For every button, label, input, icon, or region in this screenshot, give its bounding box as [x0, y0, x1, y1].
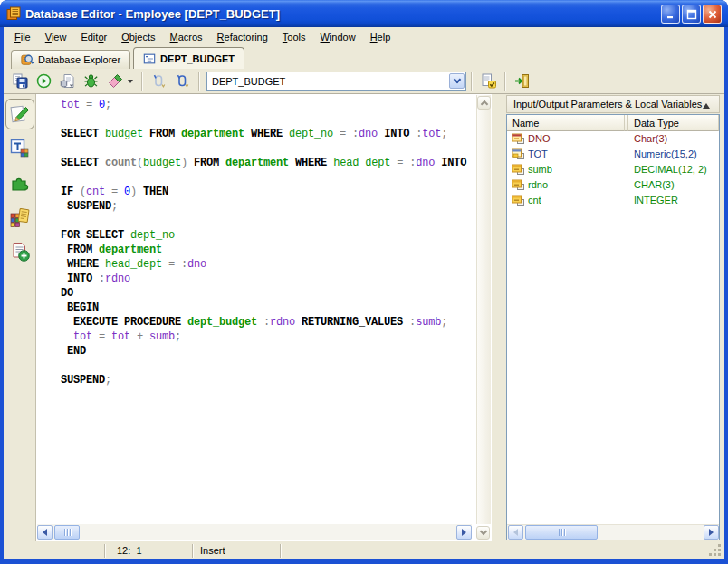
variable-icon	[512, 195, 525, 206]
scroll-up-button[interactable]	[477, 96, 491, 110]
menu-view[interactable]: View	[38, 28, 74, 46]
column-header-data-type[interactable]: Data Type	[628, 115, 719, 131]
input-parameter-icon	[151, 73, 167, 89]
chevron-up-icon	[480, 100, 487, 108]
param-row-cnt[interactable]: cntINTEGER	[507, 193, 719, 208]
scroll-right-button[interactable]	[456, 525, 472, 540]
execute-icon	[36, 73, 52, 89]
toolbar-right-group-a	[477, 71, 500, 91]
client-area: FileViewEditorObjectsMacrosRefactoringTo…	[4, 27, 724, 559]
status-cell-empty	[4, 541, 104, 559]
document-check-icon	[481, 73, 496, 89]
dropdown-caret-icon[interactable]	[128, 80, 133, 83]
sidebar-tabs	[4, 94, 36, 541]
code-line: WHERE head_dept = :dno	[61, 257, 476, 272]
script-button[interactable]	[56, 71, 79, 91]
menu-help[interactable]: Help	[363, 28, 398, 46]
chevron-down-icon	[479, 528, 486, 535]
triangle-right-icon	[462, 529, 466, 536]
triangle-up-icon	[703, 103, 710, 109]
tab-label: Database Explorer	[38, 54, 120, 65]
description-icon	[9, 138, 31, 159]
scroll-left-button[interactable]	[37, 525, 53, 540]
param-row-dno[interactable]: DNOChar(3)	[507, 131, 719, 147]
input-parameter-button[interactable]	[148, 71, 170, 91]
sidebar-grants-tab[interactable]	[5, 202, 34, 233]
scroll-left-button[interactable]	[508, 525, 523, 540]
database-explorer-icon	[21, 53, 34, 66]
cursor-position-text: 12: 1	[117, 545, 142, 556]
save-button[interactable]	[9, 71, 32, 91]
debug-icon	[83, 73, 99, 89]
tab-bar: Database Explorer DEPT_BUDGET	[4, 47, 724, 69]
code-line: FROM department	[61, 243, 476, 257]
param-type: DECIMAL(12, 2)	[634, 164, 707, 175]
ddl-icon	[9, 241, 31, 263]
insert-mode-text: Insert	[200, 545, 225, 556]
code-area[interactable]: tot = 0;SELECT budget FROM department WH…	[36, 94, 476, 524]
exit-icon	[514, 73, 530, 89]
sidebar-ddl-tab[interactable]	[5, 236, 34, 267]
collapse-button[interactable]	[700, 100, 713, 111]
menu-file[interactable]: File	[7, 28, 38, 46]
toolbar-separator	[198, 72, 200, 91]
editor-horizontal-scrollbar[interactable]	[37, 524, 472, 540]
param-row-tot[interactable]: TOTNumeric(15,2)	[507, 147, 719, 162]
editor-vertical-scrollbar[interactable]	[476, 95, 491, 524]
debug-button[interactable]	[80, 71, 102, 91]
parameters-list: Name Data Type DNOChar(3)TOTNumeric(15,2…	[506, 114, 720, 540]
object-selector-value: DEPT_BUDGET	[207, 76, 448, 87]
clear-icon	[107, 73, 122, 89]
thumb-grip-icon	[64, 529, 71, 536]
resize-grip[interactable]	[718, 553, 721, 556]
param-row-sumb[interactable]: sumbDECIMAL(12, 2)	[507, 162, 719, 177]
scrollbar-thumb[interactable]	[54, 525, 80, 540]
param-type: Char(3)	[634, 133, 667, 144]
menu-editor[interactable]: Editor	[73, 28, 114, 46]
scroll-down-button[interactable]	[476, 526, 490, 540]
param-row-rdno[interactable]: rdnoCHAR(3)	[507, 177, 719, 193]
code-line: INTO :rdno	[61, 272, 476, 286]
variable-icon	[512, 179, 525, 191]
combo-dropdown-button[interactable]	[449, 73, 465, 89]
document-check-button[interactable]	[477, 71, 500, 91]
menu-tools[interactable]: Tools	[275, 28, 313, 46]
scroll-right-button[interactable]	[704, 525, 719, 540]
menu-refactoring[interactable]: Refactoring	[210, 28, 275, 46]
param-type: CHAR(3)	[634, 179, 675, 190]
panel-horizontal-scrollbar[interactable]	[507, 524, 719, 540]
params-column-header: Name Data Type	[507, 115, 719, 131]
tab-database-explorer[interactable]: Database Explorer	[11, 50, 130, 69]
menu-macros[interactable]: Macros	[162, 28, 209, 46]
column-label: Data Type	[634, 118, 679, 129]
splitter[interactable]	[492, 94, 505, 541]
tab-dept-budget[interactable]: DEPT_BUDGET	[133, 47, 244, 69]
minimize-button[interactable]	[661, 5, 680, 24]
param-type: INTEGER	[634, 195, 678, 206]
sql-editor[interactable]: tot = 0;SELECT budget FROM department WH…	[36, 94, 492, 541]
title-bar[interactable]: Database Editor - Employee [DEPT_BUDGET]	[0, 0, 728, 27]
output-parameter-button[interactable]	[171, 71, 194, 91]
script-icon	[60, 73, 75, 89]
thumb-grip-icon	[559, 529, 565, 536]
param-name: rdno	[528, 179, 548, 190]
menu-bar: FileViewEditorObjectsMacrosRefactoringTo…	[4, 27, 724, 47]
maximize-button[interactable]	[682, 5, 701, 24]
menu-window[interactable]: Window	[313, 28, 363, 46]
menu-objects[interactable]: Objects	[114, 28, 162, 46]
object-selector-combo[interactable]: DEPT_BUDGET	[206, 72, 466, 91]
clear-button[interactable]	[103, 71, 126, 91]
column-header-name[interactable]: Name	[507, 115, 625, 131]
code-line: EXECUTE PROCEDURE dept_budget :rdno RETU…	[61, 315, 476, 330]
sidebar-description-tab[interactable]	[5, 133, 34, 164]
triangle-left-icon	[513, 529, 518, 536]
exit-button[interactable]	[511, 71, 533, 91]
close-button[interactable]	[703, 5, 722, 24]
sidebar-edit-tab[interactable]	[5, 99, 34, 129]
scrollbar-thumb[interactable]	[525, 525, 598, 540]
app-window: Database Editor - Employee [DEPT_BUDGET]…	[0, 0, 728, 564]
execute-button[interactable]	[33, 71, 55, 91]
sidebar-plugin-tab[interactable]	[5, 167, 34, 198]
param-name: sumb	[528, 164, 552, 175]
save-icon	[13, 73, 28, 89]
